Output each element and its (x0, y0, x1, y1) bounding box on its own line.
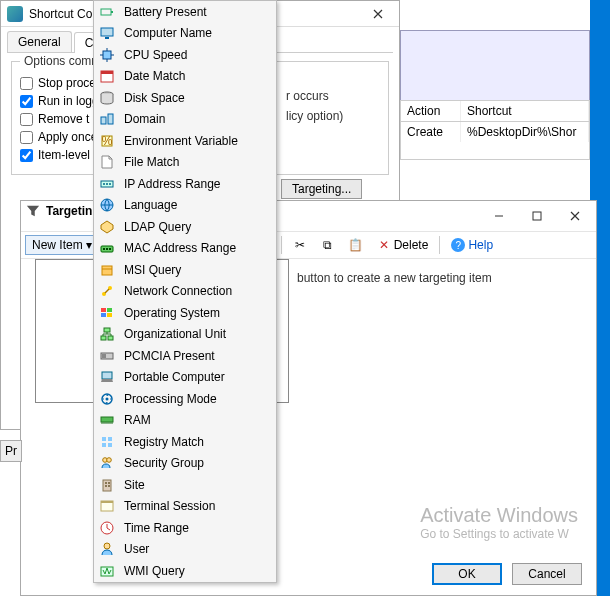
help-button[interactable]: ? Help (445, 236, 499, 254)
minimize-button[interactable] (482, 205, 516, 227)
svg-rect-26 (107, 308, 112, 312)
cell-action: Create (401, 122, 461, 142)
cell-shortcut: %DesktopDir%\Shor (461, 122, 589, 142)
menu-item-date-match[interactable]: Date Match (94, 66, 276, 88)
ok-button[interactable]: OK (432, 563, 502, 585)
partial-button[interactable]: Pr (0, 440, 22, 462)
menu-item-portable-computer[interactable]: Portable Computer (94, 367, 276, 389)
processing-mode-icon (98, 391, 116, 407)
svg-rect-39 (108, 437, 112, 441)
wmi-query-icon (98, 563, 116, 579)
menu-item-ram[interactable]: RAM (94, 410, 276, 432)
watermark: Activate Windows Go to Settings to activ… (420, 504, 578, 541)
menu-item-label: Battery Present (124, 5, 207, 19)
menu-item-label: Network Connection (124, 284, 232, 298)
text-fragment: licy option) (286, 109, 343, 123)
menu-item-security-group[interactable]: Security Group (94, 453, 276, 475)
menu-item-cpu-speed[interactable]: CPU Speed (94, 44, 276, 66)
chevron-down-icon: ▾ (86, 238, 92, 252)
svg-rect-40 (102, 443, 106, 447)
watermark-title: Activate Windows (420, 504, 578, 527)
menu-item-label: Site (124, 478, 145, 492)
paste-button[interactable]: 📋 (343, 236, 369, 254)
chk-remove[interactable] (20, 113, 33, 126)
chk-applyonce[interactable] (20, 131, 33, 144)
svg-rect-29 (104, 328, 110, 332)
cancel-button[interactable]: Cancel (512, 563, 582, 585)
msi-query-icon (98, 262, 116, 278)
menu-item-ldap-query[interactable]: LDAP Query (94, 216, 276, 238)
close-button[interactable] (363, 4, 393, 24)
tab-general[interactable]: General (7, 31, 72, 52)
svg-rect-3 (101, 28, 113, 36)
svg-text:%: % (102, 134, 113, 148)
registry-match-icon (98, 434, 116, 450)
svg-rect-28 (107, 313, 112, 317)
menu-item-wmi-query[interactable]: WMI Query (94, 560, 276, 582)
svg-rect-9 (101, 117, 106, 124)
desktop-background (597, 130, 610, 596)
menu-item-battery-present[interactable]: Battery Present (94, 1, 276, 23)
chk-applyonce-label: Apply once (38, 130, 97, 144)
menu-item-label: Computer Name (124, 26, 212, 40)
menu-item-site[interactable]: Site (94, 474, 276, 496)
help-label: Help (468, 238, 493, 252)
menu-item-ip-address-range[interactable]: IP Address Range (94, 173, 276, 195)
menu-item-domain[interactable]: Domain (94, 109, 276, 131)
menu-item-environment-variable[interactable]: %Environment Variable (94, 130, 276, 152)
svg-rect-37 (101, 417, 113, 422)
menu-item-disk-space[interactable]: Disk Space (94, 87, 276, 109)
menu-item-computer-name[interactable]: Computer Name (94, 23, 276, 45)
pcmcia-present-icon (98, 348, 116, 364)
menu-item-pcmcia-present[interactable]: PCMCIA Present (94, 345, 276, 367)
chk-itemlevel[interactable] (20, 149, 33, 162)
hint-text: button to create a new targeting item (297, 271, 492, 285)
menu-item-mac-address-range[interactable]: MAC Address Range (94, 238, 276, 260)
menu-item-label: Language (124, 198, 177, 212)
copy-button[interactable]: ⧉ (315, 236, 341, 254)
close-icon (373, 9, 383, 19)
menu-item-label: File Match (124, 155, 179, 169)
targeting-button[interactable]: Targeting... (281, 179, 362, 199)
table-row[interactable]: Create %DesktopDir%\Shor (401, 122, 589, 142)
svg-rect-10 (108, 114, 113, 124)
help-icon: ? (451, 238, 465, 252)
svg-rect-20 (106, 248, 108, 250)
maximize-button[interactable] (520, 205, 554, 227)
menu-item-file-match[interactable]: File Match (94, 152, 276, 174)
menu-item-terminal-session[interactable]: Terminal Session (94, 496, 276, 518)
menu-item-label: CPU Speed (124, 48, 187, 62)
menu-item-user[interactable]: User (94, 539, 276, 561)
menu-item-organizational-unit[interactable]: Organizational Unit (94, 324, 276, 346)
language-icon (98, 197, 116, 213)
menu-item-label: Registry Match (124, 435, 204, 449)
cpu-speed-icon (98, 47, 116, 63)
portable-computer-icon (98, 369, 116, 385)
col-shortcut[interactable]: Shortcut (461, 101, 589, 121)
paste-icon: 📋 (349, 238, 363, 252)
menu-item-msi-query[interactable]: MSI Query (94, 259, 276, 281)
svg-rect-5 (103, 51, 111, 59)
chk-stop[interactable] (20, 77, 33, 90)
delete-button[interactable]: ✕ Delete (371, 236, 435, 254)
cut-button[interactable]: ✂ (287, 236, 313, 254)
chk-itemlevel-label: Item-level (38, 148, 90, 162)
menu-item-label: Security Group (124, 456, 204, 470)
col-action[interactable]: Action (401, 101, 461, 121)
ldap-query-icon (98, 219, 116, 235)
menu-item-processing-mode[interactable]: Processing Mode (94, 388, 276, 410)
svg-rect-7 (101, 71, 113, 74)
domain-icon (98, 111, 116, 127)
new-item-dropdown[interactable]: New Item ▾ (25, 235, 99, 255)
menu-item-registry-match[interactable]: Registry Match (94, 431, 276, 453)
close-button[interactable] (558, 205, 592, 227)
delete-label: Delete (394, 238, 429, 252)
chk-loggedon[interactable] (20, 95, 33, 108)
menu-item-language[interactable]: Language (94, 195, 276, 217)
menu-item-label: IP Address Range (124, 177, 221, 191)
menu-item-network-connection[interactable]: Network Connection (94, 281, 276, 303)
menu-item-label: Environment Variable (124, 134, 238, 148)
menu-item-operating-system[interactable]: Operating System (94, 302, 276, 324)
menu-item-label: Disk Space (124, 91, 185, 105)
menu-item-time-range[interactable]: Time Range (94, 517, 276, 539)
